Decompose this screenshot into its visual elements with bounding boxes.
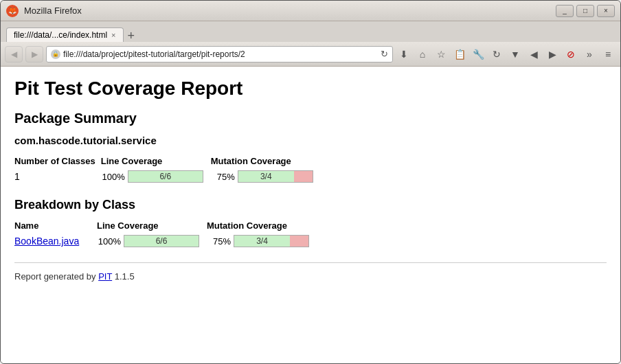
mutation-green-bar: 3/4 [238,171,294,182]
class-table: Name Line Coverage Mutation Coverage Boo… [14,219,317,249]
address-bar[interactable]: 🔒 file:///data/project/pitest-tutorial/t… [46,46,393,62]
maximize-button[interactable]: □ [576,5,594,17]
package-summary-heading: Package Summary [14,111,607,126]
class-mutation-bar: 3/4 [234,235,309,247]
class-header-line: Line Coverage [97,219,207,234]
home-icon[interactable]: ⌂ [414,46,431,62]
more-tools-icon[interactable]: ▼ [507,46,523,62]
sync-icon[interactable]: ↻ [488,46,505,62]
summary-mutation-coverage: 75% 3/4 [211,169,321,184]
back-nav-icon[interactable]: ◀ [526,46,542,62]
history-icon[interactable]: 📋 [451,46,468,62]
pit-link[interactable]: PIT [98,271,112,282]
tab-label: file:///data/...ce/index.html [14,30,107,40]
forward-button[interactable]: ▶ [25,46,43,62]
tab-close-button[interactable]: × [111,31,115,39]
active-tab[interactable]: file:///data/...ce/index.html × [6,27,124,42]
back-button[interactable]: ◀ [5,46,23,62]
close-button[interactable]: × [597,5,615,17]
forward-nav-icon[interactable]: ▶ [544,46,561,62]
summary-header-classes: Number of Classes [14,155,101,169]
class-name-link[interactable]: BookBean.java [14,236,79,247]
divider [14,262,607,263]
summary-table: Number of Classes Line Coverage Mutation… [14,155,321,184]
class-line-bar-container: 100% 6/6 [97,235,201,247]
blocked-icon[interactable]: ⊘ [563,46,579,62]
menu-icon[interactable]: ≡ [600,46,616,62]
browser-title: Mozilla Firefox [24,5,82,16]
line-green-bar: 6/6 [128,171,203,182]
class-line-fraction: 6/6 [156,236,168,246]
overflow-icon[interactable]: » [581,46,598,62]
tools-icon[interactable]: 🔧 [470,46,486,62]
class-mutation-fraction: 3/4 [256,236,268,246]
class-line-bar: 6/6 [124,235,199,247]
browser-window: 🦊 Mozilla Firefox _ □ × file:///data/...… [0,0,621,364]
class-header-mutation: Mutation Coverage [207,219,317,234]
download-icon[interactable]: ⬇ [396,46,412,62]
security-icon: 🔒 [51,49,60,59]
summary-row: 1 100% 6/6 75% [14,169,321,184]
class-line-coverage: 100% 6/6 [97,234,207,249]
class-row: BookBean.java 100% 6/6 [14,234,317,249]
class-line-green-bar: 6/6 [124,236,199,247]
window-controls: _ □ × [556,5,615,17]
firefox-icon: 🦊 [6,5,19,17]
footer-prefix: Report generated by [14,271,98,282]
class-mutation-bar-container: 75% 3/4 [207,235,311,247]
footer: Report generated by PIT 1.1.5 [14,271,607,282]
summary-line-coverage: 100% 6/6 [101,169,211,184]
title-bar: 🦊 Mozilla Firefox _ □ × [1,1,620,21]
summary-num-classes: 1 [14,169,101,184]
new-tab-button[interactable]: + [128,30,135,42]
address-text: file:///data/project/pitest-tutorial/tar… [63,49,378,59]
footer-suffix: 1.1.5 [112,271,135,282]
minimize-button[interactable]: _ [556,5,574,17]
mutation-coverage-bar-container: 75% 3/4 [211,170,315,183]
line-coverage-bar-container: 100% 6/6 [101,170,205,183]
class-header-name: Name [14,219,97,234]
line-fraction-label: 6/6 [159,172,171,181]
page-content: Pit Test Coverage Report Package Summary… [1,67,620,363]
summary-header-line: Line Coverage [101,155,211,169]
mutation-fraction-label: 3/4 [260,172,272,181]
page-title: Pit Test Coverage Report [14,78,607,100]
class-mutation-red-bar [290,236,308,247]
nav-bar: ◀ ▶ 🔒 file:///data/project/pitest-tutori… [1,42,620,67]
tab-bar: file:///data/...ce/index.html × + [1,21,620,42]
line-coverage-pct: 100% [101,172,125,182]
mutation-coverage-pct: 75% [211,172,235,182]
mutation-coverage-bar: 3/4 [238,170,313,183]
summary-header-mutation: Mutation Coverage [211,155,321,169]
breakdown-heading: Breakdown by Class [14,198,607,212]
line-coverage-bar: 6/6 [128,170,203,183]
class-line-pct: 100% [97,236,121,247]
package-name: com.hascode.tutorial.service [14,135,607,146]
class-name-cell: BookBean.java [14,234,97,249]
nav-right-buttons: ⬇ ⌂ ☆ 📋 🔧 ↻ ▼ ◀ ▶ ⊘ » ≡ [396,46,616,62]
class-mutation-green-bar: 3/4 [234,236,290,247]
reload-icon[interactable]: ↻ [381,49,388,59]
bookmark-icon[interactable]: ☆ [433,46,449,62]
class-mutation-coverage: 75% 3/4 [207,234,317,249]
mutation-red-bar [294,171,313,182]
class-mutation-pct: 75% [207,236,231,247]
